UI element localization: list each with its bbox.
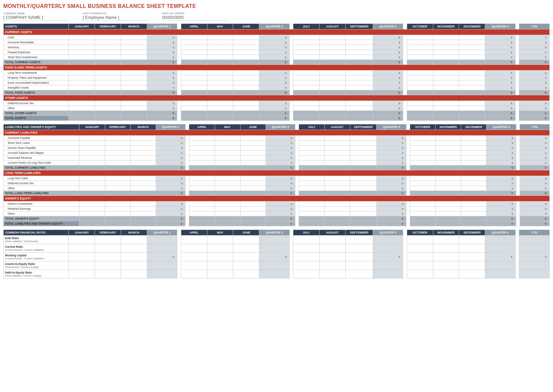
table-row: (Less Accumulated Depreciation)$ -$ -$ -… [4, 80, 550, 85]
table-row: Current Portion of Long-Term Debt$ -$ -$… [4, 160, 550, 165]
ratio-row: Current Ratio(Current Assets / Current L… [4, 244, 550, 253]
table-row: Short-Term Investments$ -$ -$ -$ -$ - [4, 55, 550, 60]
table-row: TOTAL OWNER'S EQUITY$ -$ -$ -$ -$ - [4, 216, 550, 221]
ytd-header: YTD [519, 24, 550, 29]
section-header-row: CURRENT LIABILITIES [4, 130, 550, 136]
table-row: Accounts Payable$ -$ -$ -$ -$ - [4, 136, 550, 141]
assets-table: ASSETS JANUARY FEBRUARY MARCH QUARTER 1 … [3, 23, 550, 121]
table-row: TOTAL LIABILITIES AND OWNER'S EQUITY$ -$… [4, 221, 550, 226]
december-header: DECEMBER [459, 24, 485, 29]
table-row: TOTAL OTHER ASSETS$ -$ -$ -$ -$ - [4, 111, 550, 116]
ratio-row: Debt Ratio(Total Liabilities / Total Ass… [4, 236, 550, 244]
ratio-row: Assets-to-Equity Ratio(Total Assets / Ow… [4, 261, 550, 270]
quarter3-header: QUARTER 3 [373, 24, 403, 29]
company-name-value[interactable]: [ COMPANY NAME ] [3, 15, 69, 21]
date-value[interactable]: 00/00/0000 [162, 15, 228, 21]
table-row: Intangible Assets$ -$ -$ -$ -$ - [4, 85, 550, 90]
assets-header: ASSETS [4, 24, 69, 29]
quarter4-header: QUARTER 4 [485, 24, 516, 29]
august-header: AUGUST [319, 24, 346, 29]
table-row: TOTAL ASSETS$ -$ -$ -$ -$ - [4, 116, 550, 121]
section-header-row: FIXED (LONG TERM) ASSETS [4, 65, 550, 70]
company-name-label: COMPANY NAME [3, 12, 69, 15]
quarter1-header: QUARTER 1 [147, 24, 177, 29]
section-header-row: OWNER'S EQUITY [4, 196, 550, 201]
table-row: Long-Term Debt$ -$ -$ -$ -$ - [4, 176, 550, 181]
date-label: DATE OF UPDATE [162, 12, 228, 15]
february-header: FEBRUARY [95, 24, 121, 29]
table-row: TOTAL CURRENT LIABILITIES$ -$ -$ -$ -$ - [4, 165, 550, 170]
liabilities-header: LIABILITIES AND OWNER'S EQUITY [4, 124, 79, 130]
updated-by-label: LAST UPDATED BY [83, 12, 149, 15]
table-row: TOTAL CURRENT ASSETS$ -$ -$ -$ -$ - [4, 60, 550, 65]
section-header-row: LONG TERM LIABILITIES [4, 170, 550, 176]
may-header: MAY [207, 24, 233, 29]
november-header: NOVEMBER [433, 24, 459, 29]
section-header-row: CURRENT ASSETS [4, 29, 550, 35]
liabilities-table: LIABILITIES AND OWNER'S EQUITY JANUARY F… [3, 124, 550, 226]
january-header: JANUARY [69, 24, 95, 29]
ratio-header: COMMON FINANCIAL RATIO [4, 230, 69, 236]
table-row: Cash$ -$ -$ -$ -$ - [4, 35, 550, 40]
september-header: SEPTEMBER [346, 24, 373, 29]
table-row: Other$ -$ -$ -$ -$ - [4, 186, 550, 191]
table-row: Retained Earnings$ -$ -$ -$ -$ - [4, 206, 550, 211]
table-row: Deferred Income Tax$ -$ -$ -$ -$ - [4, 181, 550, 186]
march-header: MARCH [121, 24, 147, 29]
ratio-row: Debt-to-Equity Ratio(Total Liabilities /… [4, 270, 550, 279]
table-row: Other$ -$ -$ -$ -$ - [4, 106, 550, 111]
table-row: Owner's Investment$ -$ -$ -$ -$ - [4, 201, 550, 206]
october-header: OCTOBER [407, 24, 433, 29]
table-row: Prepaid Expenses$ -$ -$ -$ -$ - [4, 50, 550, 55]
table-row: Property, Plant, and Equipment$ -$ -$ -$… [4, 75, 550, 80]
june-header: JUNE [233, 24, 259, 29]
table-row: Accrued Salaries and Wages$ -$ -$ -$ -$ … [4, 151, 550, 155]
quarter2-header: QUARTER 2 [259, 24, 290, 29]
table-row: Long-Term Investments$ -$ -$ -$ -$ - [4, 70, 550, 75]
ratios-table: COMMON FINANCIAL RATIO JANUARY FEBRUARY … [3, 230, 550, 279]
april-header: APRIL [181, 24, 207, 29]
july-header: JULY [293, 24, 319, 29]
ratio-row: Working Capital(Current Assets - Current… [4, 253, 550, 261]
table-row: Deferred Income Tax$ -$ -$ -$ -$ - [4, 101, 550, 106]
section-header-row: OTHER ASSETS [4, 95, 550, 101]
table-row: Income Taxes Payable$ -$ -$ -$ -$ - [4, 146, 550, 151]
table-row: Other$ -$ -$ -$ -$ - [4, 211, 550, 216]
table-row: TOTAL LONG-TERM LIABILITIES$ -$ -$ -$ -$… [4, 191, 550, 196]
table-row: Accounts Receivable$ -$ -$ -$ -$ - [4, 40, 550, 45]
table-row: Unearned Revenue$ -$ -$ -$ -$ - [4, 155, 550, 160]
main-title: MONTHLY/QUARTERLY SMALL BUSINESS BALANCE… [3, 3, 550, 9]
table-row: TOTAL FIXED ASSETS$ -$ -$ -$ -$ - [4, 90, 550, 95]
table-row: Inventory$ -$ -$ -$ -$ - [4, 45, 550, 50]
updated-by-value[interactable]: [ Employee Name ] [83, 15, 149, 21]
table-row: Short-Term Loans$ -$ -$ -$ -$ - [4, 141, 550, 146]
